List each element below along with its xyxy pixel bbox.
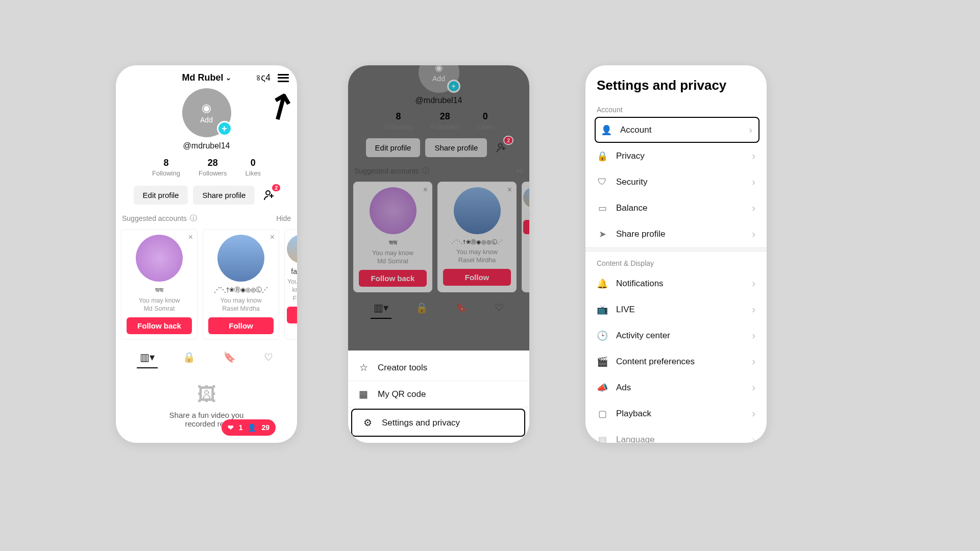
hearts-count: 1 [239, 423, 243, 432]
settings-notifications-item[interactable]: 🔔 Notifications › [585, 270, 767, 296]
highlight-annotation: 👤 Account › [595, 117, 760, 143]
options-sheet: ☆ Creator tools ▦ My QR code ⚙ Settings … [348, 350, 529, 443]
settings-playback-item[interactable]: ▢ Playback › [585, 400, 767, 427]
stat-likes[interactable]: 0 Likes [246, 158, 261, 177]
plus-badge-icon: + [217, 121, 232, 136]
settings-privacy-item[interactable]: 🔒 Privacy › [585, 143, 767, 169]
follow-back-button[interactable]: Follow back [127, 317, 192, 334]
suggested-name: faysa [287, 267, 297, 276]
suggested-sub: You may know Fays [287, 278, 297, 303]
dimmed-background[interactable]: ◉ Add + @mdrubel14 8Following 28Follower… [348, 65, 529, 352]
svg-point-0 [266, 191, 270, 195]
bell-icon: 🔔 [597, 278, 608, 289]
people-count: 29 [261, 423, 270, 432]
chevron-right-icon: › [752, 150, 755, 162]
close-icon[interactable]: × [270, 233, 275, 242]
chevron-right-icon: › [752, 408, 755, 419]
suggested-name: ⋰⋱†❀Ⓡ◉◎◎Ⓛ⋰ [208, 286, 274, 294]
tab-grid-icon[interactable]: ▥▾ [140, 351, 155, 363]
edit-profile-button[interactable]: Edit profile [134, 186, 188, 205]
suggested-card: × ⋰⋱†❀Ⓡ◉◎◎Ⓛ⋰ You may know Rasel Mirdha F… [203, 229, 279, 340]
page-title: Settings and privacy [585, 65, 767, 98]
follow-button[interactable]: F [287, 307, 297, 323]
tab-heart-icon[interactable]: ♡ [264, 351, 273, 363]
settings-live-item[interactable]: 📺 LIVE › [585, 296, 767, 322]
chevron-right-icon: › [752, 176, 755, 188]
tab-bookmark-icon[interactable]: 🔖 [223, 351, 236, 363]
phone-settings-screen: Settings and privacy Account 👤 Account ›… [585, 65, 767, 443]
suggested-avatar[interactable] [217, 235, 264, 282]
profile-stats: 8 Following 28 Followers 0 Likes [116, 158, 297, 177]
settings-item-label: Security [616, 177, 647, 187]
phone-menu-sheet-screen: ◉ Add + @mdrubel14 8Following 28Follower… [348, 65, 529, 443]
settings-security-item[interactable]: 🛡 Security › [585, 169, 767, 195]
avatar-add-photo[interactable]: ◉ Add + [182, 88, 231, 137]
settings-item-label: Activity center [616, 331, 670, 341]
profile-top-bar: Md Rubel ⌄ ৪ς4 [116, 65, 297, 86]
section-content-display-label: Content & Display [585, 252, 767, 270]
follow-button[interactable]: Follow [208, 317, 274, 334]
camera-icon: ◉ [202, 102, 211, 115]
settings-activity-center-item[interactable]: 🕒 Activity center › [585, 322, 767, 348]
chevron-right-icon: › [752, 202, 755, 214]
account-switcher[interactable]: Md Rubel ⌄ [182, 72, 231, 83]
suggested-accounts-label: Suggested accounts [122, 214, 187, 222]
hide-suggested-button[interactable]: Hide [276, 214, 291, 222]
language-icon: ▤ [597, 434, 608, 443]
profile-views-icon[interactable]: ৪ς4 [256, 72, 271, 83]
qr-code-label: My QR code [378, 389, 426, 399]
gallery-icon: 🖼 [116, 384, 297, 406]
settings-item-label: Content preferences [616, 357, 695, 367]
add-friends-button[interactable]: 2 [260, 185, 279, 205]
stat-following[interactable]: 8 Following [152, 158, 180, 177]
settings-item-label: LIVE [616, 305, 635, 315]
person-star-icon: ☆ [357, 362, 370, 373]
settings-privacy-item[interactable]: ⚙ Settings and privacy [352, 410, 524, 436]
stat-followers[interactable]: 28 Followers [199, 158, 227, 177]
tab-lock-icon[interactable]: 🔒 [183, 351, 195, 363]
chevron-right-icon: › [752, 382, 755, 393]
settings-language-item[interactable]: ▤ Language › [585, 427, 767, 443]
wallet-icon: ▭ [597, 203, 608, 214]
settings-ads-item[interactable]: 📣 Ads › [585, 374, 767, 400]
settings-item-label: Ads [616, 383, 631, 393]
settings-account-item[interactable]: 👤 Account › [597, 123, 756, 137]
profile-content-tabs: ▥▾ 🔒 🔖 ♡ [116, 345, 297, 368]
ads-icon: 📣 [597, 382, 608, 393]
my-qr-code-item[interactable]: ▦ My QR code [348, 381, 529, 408]
suggested-sub: You may know Rasel Mirdha [208, 296, 274, 313]
creator-tools-item[interactable]: ☆ Creator tools [348, 355, 529, 381]
suggested-avatar[interactable] [136, 235, 183, 282]
suggested-accounts-row[interactable]: × জজ You may know Md Somrat Follow back … [116, 227, 297, 345]
lock-icon: 🔒 [597, 151, 608, 162]
settings-share-profile-item[interactable]: ➤ Share profile › [585, 221, 767, 247]
profile-avatar-wrap: ◉ Add + @mdrubel14 [116, 88, 297, 151]
settings-balance-item[interactable]: ▭ Balance › [585, 195, 767, 221]
settings-item-label: Share profile [616, 229, 665, 239]
phone-profile-screen: Md Rubel ⌄ ৪ς4 ↗ ◉ Add + @mdrubel14 8 Fo… [116, 65, 297, 443]
chevron-right-icon: › [752, 434, 755, 443]
settings-item-label: Playback [616, 409, 651, 419]
suggested-avatar[interactable] [287, 235, 297, 263]
settings-item-label: Language [616, 435, 655, 443]
chevron-right-icon: › [752, 330, 755, 341]
live-icon: 📺 [597, 304, 608, 315]
hamburger-menu-icon[interactable] [278, 74, 289, 82]
chevron-right-icon: › [752, 356, 755, 367]
qr-icon: ▦ [357, 388, 370, 400]
settings-item-label: Account [620, 125, 651, 135]
close-icon[interactable]: × [188, 233, 193, 242]
settings-content-preferences-item[interactable]: 🎬 Content preferences › [585, 348, 767, 374]
settings-item-label: Balance [616, 203, 647, 213]
playback-icon: ▢ [597, 408, 608, 419]
notification-pill[interactable]: ❤ 1 👤 29 [222, 419, 276, 436]
share-profile-button[interactable]: Share profile [193, 186, 255, 205]
chevron-right-icon: › [752, 304, 755, 315]
chevron-down-icon: ⌄ [226, 74, 231, 82]
settings-item-label: Privacy [616, 151, 645, 161]
info-icon[interactable]: ⓘ [190, 214, 197, 223]
suggested-card: × জজ You may know Md Somrat Follow back [121, 229, 198, 340]
suggested-card: faysa You may know Fays F [284, 229, 297, 340]
creator-tools-label: Creator tools [378, 363, 427, 373]
content-icon: 🎬 [597, 356, 608, 367]
